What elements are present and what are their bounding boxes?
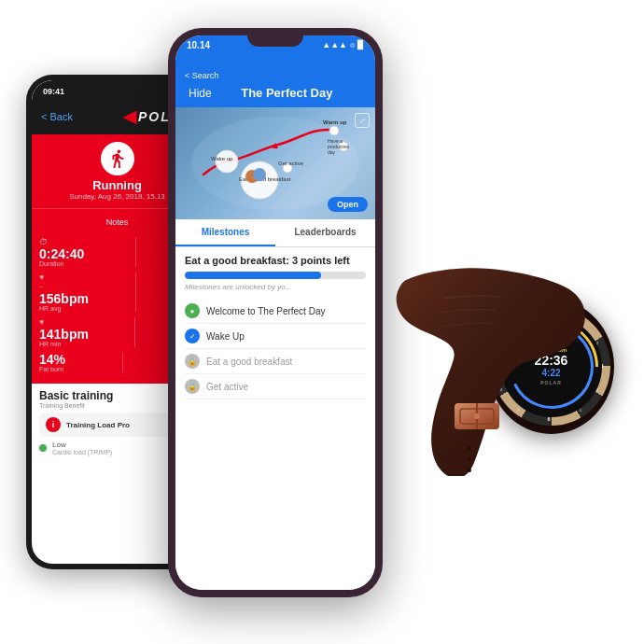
hide-button[interactable]: Hide (189, 87, 212, 100)
svg-text:Wake up: Wake up (211, 156, 233, 161)
duration-value: 0:24:40 (39, 247, 84, 260)
wifi-icon: ⌾ (350, 40, 355, 49)
svg-point-20 (468, 446, 471, 450)
hr-avg-icon: ♥~ (39, 273, 44, 291)
hr-min-label: HR min (39, 341, 61, 347)
duration-label: Duration (39, 260, 63, 267)
signal-icon: ▲▲▲ (322, 40, 347, 49)
fat-burn-label: Fat burn (39, 366, 63, 372)
svg-point-15 (253, 168, 266, 181)
watch-band (387, 261, 593, 476)
svg-point-21 (468, 457, 471, 461)
list-item-wake: ✓ Wake Up (185, 324, 366, 349)
list-icon-blue: ✓ (185, 329, 200, 343)
milestone-body: Eat a good breakfast: 3 points left Mile… (175, 247, 375, 590)
cardio-sub-label: Cardio load (TRIMP) (52, 449, 112, 455)
svg-point-1 (329, 126, 339, 135)
map-area[interactable]: Warm up Have a productive day Wake up Ge… (175, 107, 375, 219)
center-phone-search-bar: < Search (175, 69, 375, 83)
progress-fill (185, 272, 321, 279)
notes-label: Notes (106, 217, 129, 227)
status-icons: ▲▲▲ ⌾ ▉ (322, 40, 364, 49)
list-item: ● Welcome to The Perfect Day (185, 299, 366, 324)
list-text-wake: Wake Up (206, 331, 245, 342)
center-phone-status-bar: 10.14 ▲▲▲ ⌾ ▉ (175, 35, 375, 69)
stat-divider (135, 237, 136, 267)
hr-avg-label: HR avg (39, 305, 61, 312)
svg-point-3 (216, 150, 238, 173)
progress-hint: Milestones are unlocked by yo... (185, 283, 366, 291)
training-load-label: Training Load Pro (66, 421, 130, 429)
list-item-active: 🔒 Get active (185, 374, 366, 399)
center-phone-tabs: Milestones Leaderboards (175, 219, 375, 247)
battery-icon: ▉ (357, 40, 364, 49)
stat-divider-3 (134, 317, 135, 347)
list-text-welcome: Welcome to The Perfect Day (206, 306, 325, 316)
svg-text:day: day (328, 149, 336, 155)
activity-title: Running (92, 178, 142, 192)
list-item-breakfast: 🔒 Eat a good breakfast (185, 349, 366, 374)
left-phone-time: 09:41 (43, 87, 64, 96)
tab-leaderboards[interactable]: Leaderboards (275, 219, 375, 246)
center-phone-time: 10.14 (187, 40, 210, 50)
fat-burn-stat: 14% Fat burn (39, 353, 65, 372)
cardio-dot (39, 444, 47, 452)
list-icon-lock-1: 🔒 (185, 354, 200, 369)
duration-icon: ⏱ (39, 237, 48, 246)
stat-divider-2 (135, 273, 136, 312)
list-icon-green: ● (185, 303, 200, 318)
list-text-breakfast: Eat a good breakfast (206, 357, 292, 367)
center-phone-title: The Perfect Day (241, 86, 332, 100)
expand-icon[interactable]: ⤢ (355, 113, 370, 128)
hr-min-stat: ♥ 141bpm HR min (39, 317, 89, 347)
tab-milestones[interactable]: Milestones (175, 219, 275, 246)
notch (247, 35, 303, 47)
scene: 09:41 ●●● < Back ◀ POLAR Running Su (0, 0, 644, 644)
svg-point-19 (474, 413, 480, 419)
duration-stat: ⏱ 0:24:40 Duration (39, 237, 84, 267)
activity-date: Sunday, Aug 26, 2018, 15.13 (69, 192, 165, 201)
list-text-active: Get active (206, 382, 248, 392)
back-button[interactable]: < Back (41, 111, 73, 122)
stat-divider-4 (122, 353, 123, 372)
back-search-label[interactable]: < Search (185, 71, 218, 80)
progress-bar (185, 272, 366, 279)
info-icon: i (46, 417, 61, 432)
run-icon (101, 142, 134, 175)
open-button[interactable]: Open (328, 197, 368, 212)
cardio-label: Low (52, 441, 112, 449)
svg-point-22 (468, 469, 471, 472)
hr-min-icon: ♥ (39, 317, 44, 327)
hr-min-value: 141bpm (39, 328, 89, 341)
phone-center: 10.14 ▲▲▲ ⌾ ▉ < Search Hide The Perfect … (168, 28, 383, 597)
list-icon-lock-2: 🔒 (185, 379, 200, 394)
svg-text:Warm up: Warm up (323, 119, 347, 125)
hr-avg-value: 156bpm (39, 292, 89, 305)
hr-avg-stat: ♥~ 156bpm HR avg (39, 273, 89, 312)
fat-burn-value: 14% (39, 353, 65, 366)
svg-text:Get active: Get active (278, 161, 304, 166)
center-phone-nav: Hide The Perfect Day (175, 83, 375, 107)
milestone-title: Eat a good breakfast: 3 points left (185, 255, 366, 266)
